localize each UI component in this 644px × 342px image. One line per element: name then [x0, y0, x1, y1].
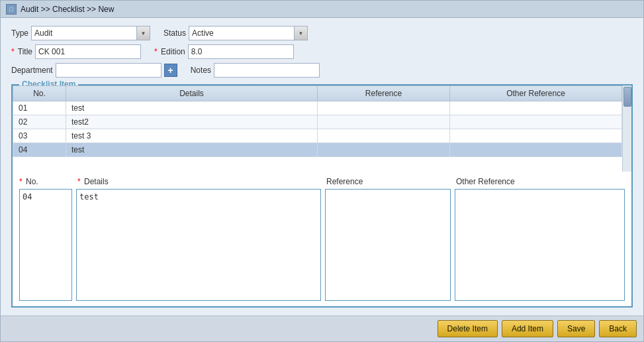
delete-item-button[interactable]: Delete Item	[437, 320, 498, 337]
cell-reference	[318, 101, 450, 115]
title-field-group: * Title	[11, 44, 141, 59]
notes-label: Notes	[191, 66, 211, 75]
status-field-group: Status ▼	[163, 26, 308, 40]
col-header-details: Details	[66, 86, 318, 101]
save-button[interactable]: Save	[557, 320, 595, 337]
content-area: Type ▼ Status ▼ * Title * Editi	[1, 18, 643, 315]
back-button[interactable]: Back	[599, 320, 637, 337]
type-dropdown-btn[interactable]: ▼	[137, 26, 150, 40]
col-header-other: Other Reference	[450, 86, 622, 101]
status-input[interactable]	[189, 26, 295, 40]
bottom-bar: Delete Item Add Item Save Back	[1, 315, 643, 341]
cell-other	[450, 143, 622, 157]
title-input[interactable]	[35, 44, 141, 59]
title-bar: □ Audit >> Checklist >> New	[1, 1, 643, 18]
edit-fields-row: 04 test	[19, 189, 625, 301]
edit-details-label: * Details	[77, 177, 326, 186]
edit-no-label: * No.	[19, 177, 77, 186]
cell-no: 04	[13, 143, 66, 157]
type-input-wrapper: ▼	[31, 26, 150, 40]
cell-details: test2	[66, 115, 318, 129]
scroll-thumb[interactable]	[623, 87, 631, 107]
edition-label: * Edition	[154, 47, 185, 56]
department-field-group: Department +	[11, 63, 177, 78]
type-input[interactable]	[31, 26, 137, 40]
breadcrumb: Audit >> Checklist >> New	[21, 5, 114, 14]
form-row-1: Type ▼ Status ▼	[11, 26, 633, 40]
department-add-btn[interactable]: +	[164, 64, 177, 77]
cell-reference	[318, 143, 450, 157]
table-row[interactable]: 03 test 3	[13, 129, 622, 143]
table-wrapper: No. Details Reference Other Reference 01…	[13, 86, 631, 172]
edit-other-textarea[interactable]	[455, 189, 625, 301]
form-row-2: * Title * Edition	[11, 44, 633, 59]
cell-reference	[318, 129, 450, 143]
cell-other	[450, 101, 622, 115]
edit-reference-textarea[interactable]	[325, 189, 451, 301]
table-row[interactable]: 01 test	[13, 101, 622, 115]
notes-input[interactable]	[214, 63, 320, 78]
cell-other	[450, 129, 622, 143]
edit-labels-row: * No. * Details Reference Other Referenc…	[19, 177, 625, 186]
cell-no: 02	[13, 115, 66, 129]
edit-other-label: Other Reference	[456, 177, 515, 186]
cell-details: test	[66, 101, 318, 115]
notes-field-group: Notes	[191, 63, 320, 78]
title-label: * Title	[11, 47, 32, 56]
main-window: □ Audit >> Checklist >> New Type ▼ Statu…	[0, 0, 644, 342]
window-icon: □	[6, 4, 17, 15]
edition-input[interactable]	[188, 44, 294, 59]
form-row-3: Department + Notes	[11, 63, 633, 78]
status-input-wrapper: ▼	[189, 26, 308, 40]
cell-other	[450, 115, 622, 129]
table-row[interactable]: 04 test	[13, 143, 622, 157]
edit-details-textarea[interactable]: test	[76, 189, 321, 301]
cell-no: 01	[13, 101, 66, 115]
department-label: Department	[11, 66, 53, 75]
edit-no-textarea[interactable]: 04	[19, 189, 72, 301]
cell-reference	[318, 115, 450, 129]
department-input[interactable]	[56, 63, 161, 78]
cell-details: test	[66, 143, 318, 157]
scrollbar[interactable]	[622, 86, 631, 172]
edition-field-group: * Edition	[154, 44, 294, 59]
add-item-button[interactable]: Add Item	[502, 320, 553, 337]
edit-form-area: * No. * Details Reference Other Referenc…	[13, 172, 631, 306]
status-label: Status	[163, 28, 186, 38]
checklist-section: Checklist Item No. Details Reference Oth…	[11, 84, 633, 308]
type-field-group: Type ▼	[11, 26, 150, 40]
type-label: Type	[11, 28, 28, 38]
table-row[interactable]: 02 test2	[13, 115, 622, 129]
col-header-no: No.	[13, 86, 66, 101]
cell-details: test 3	[66, 129, 318, 143]
cell-no: 03	[13, 129, 66, 143]
edit-reference-label: Reference	[326, 177, 456, 186]
status-dropdown-btn[interactable]: ▼	[295, 26, 308, 40]
checklist-table: No. Details Reference Other Reference 01…	[13, 86, 622, 157]
col-header-reference: Reference	[318, 86, 450, 101]
